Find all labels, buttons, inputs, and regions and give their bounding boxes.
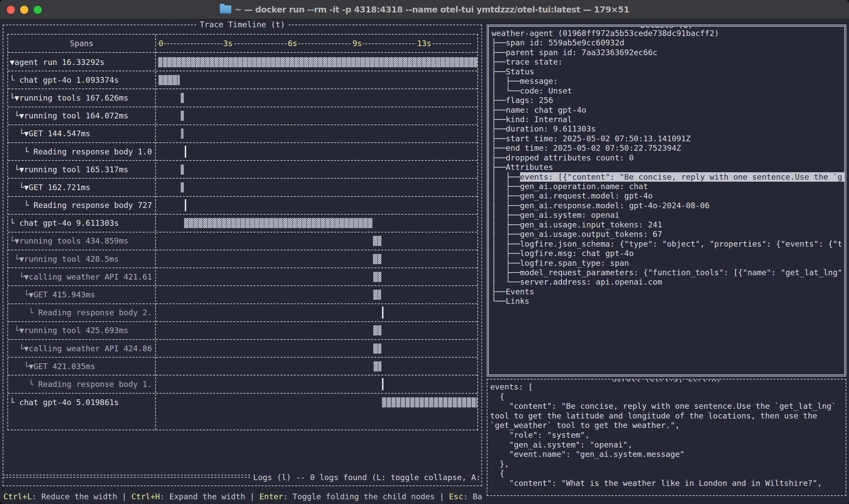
span-label: └ Reading response body 2. [8,308,155,317]
detail-line[interactable]: │ ├──gen_ai.response.model: gpt-4o-2024-… [492,201,844,210]
terminal-content: Trace Timeline (t) Spans 03s6s9s13s ▼age… [0,19,849,504]
span-duration-bar [180,93,184,103]
detail-line[interactable]: ├──kind: Internal [492,115,844,124]
detail-line[interactable]: ├──Events [492,287,844,296]
span-label: └ Reading response body 727 [8,200,155,210]
span-duration-bar [180,111,184,121]
traffic-lights [7,0,42,19]
json-line: tool to get the latitude and longitude o… [490,411,844,421]
selected-attribute-text: events: [{"content": "Be concise, reply … [520,172,845,182]
detail-line[interactable]: ├──start time: 2025-05-02 07:50:13.14109… [492,134,844,143]
span-event-marker [382,306,384,319]
detail-line[interactable]: ├──end time: 2025-05-02 07:50:22.752394Z [492,143,844,153]
span-duration-bar [373,272,382,282]
span-row[interactable]: └▼running tools 434.859ms [8,233,477,250]
span-row[interactable]: └ Reading response body 1.0 [8,143,477,161]
span-row[interactable]: └▼calling weather API 424.86 [8,340,477,358]
detail-line[interactable]: │ ├──logfire.span_type: span [492,258,844,268]
keybinding-description: : Toggle folding the child nodes | [283,492,449,501]
span-row[interactable]: └▼running tool 425.693ms [8,322,477,340]
axis-tick-6s: 6s [287,39,298,48]
span-label: ▼agent run 16.33292s [8,57,155,67]
span-event-marker [382,378,384,390]
keybinding-key: Ctrl+H [131,492,160,501]
window-title: ~ — docker run --rm -it -p 4318:4318 --n… [235,5,630,15]
window-titlebar[interactable]: ~ — docker run --rm -it -p 4318:4318 --n… [0,0,849,19]
keybinding-key: Ctrl+L [3,492,32,501]
json-line: "gen_ai.system": "openai", [490,440,844,450]
detail-line[interactable]: │ ├──gen_ai.request.model: gpt-4o [492,191,844,200]
detail-line[interactable]: │ ├──gen_ai.operation.name: chat [492,182,844,191]
axis-tick-0: 0 [158,39,164,48]
zoom-button[interactable] [34,6,42,14]
folder-icon [220,5,231,14]
detail-line[interactable]: │ ├──gen_ai.usage.input_tokens: 241 [492,220,844,230]
scroll-panel[interactable]: Scroll (Ctrl+J, Ctrl+K) events: [ { "con… [487,379,846,496]
json-line: `get_weather` tool to get the weather.", [490,420,844,430]
detail-line-selected[interactable]: │ ├──events: [{"content": "Be concise, r… [492,172,844,182]
json-line: "content": "What is the weather like in … [490,479,844,488]
span-duration-bar [373,290,381,300]
span-row[interactable]: └▼GET 162.721ms [8,179,477,197]
span-label: └▼GET 144.547ms [8,129,155,138]
spans-column-header: Spans [8,35,155,52]
span-row[interactable]: └ chat gpt-4o 5.019861s [8,394,477,412]
span-row[interactable]: └▼running tools 167.626ms [8,89,477,107]
span-row[interactable]: └▼running tool 165.317ms [8,161,477,179]
detail-line[interactable]: │ ├──message: [492,76,844,86]
span-label: └▼running tool 425.693ms [8,326,155,335]
span-label: └▼running tool 428.5ms [8,254,155,264]
trace-timeline-panel[interactable]: Trace Timeline (t) Spans 03s6s9s13s ▼age… [3,24,482,475]
span-row[interactable]: └▼calling weather API 421.61 [8,268,477,286]
span-row[interactable]: ▼agent run 16.33292s [8,54,477,71]
tree-branch-glyph: │ ├── [492,172,520,182]
span-label: └ chat gpt-4o 1.093374s [8,75,155,85]
column-divider[interactable] [155,35,156,430]
span-row[interactable]: └▼GET 421.035ms [8,358,477,376]
span-label: └▼running tools 434.859ms [8,236,155,246]
span-row[interactable]: └▼running tool 428.5ms [8,250,477,268]
close-button[interactable] [7,6,15,14]
detail-line[interactable]: ├──flags: 256 [492,95,844,105]
minimize-button[interactable] [20,6,28,14]
json-line: "content": "Be concise, reply with one s… [490,401,844,411]
logs-panel[interactable]: Logs (l) -- 0 logs found (L: toggle coll… [3,477,482,486]
span-duration-bar [373,254,381,264]
detail-line[interactable]: └──Links [492,296,844,306]
detail-line[interactable]: ├──Attributes [492,162,844,172]
detail-line[interactable]: ├──name: chat gpt-4o [492,105,844,115]
span-label: └▼GET 421.035ms [8,362,155,371]
detail-line[interactable]: ├──span id: 559ab5e9cc60932d [492,38,844,48]
keybinding-description: : Reduce the width | [32,492,131,501]
span-row[interactable]: └▼GET 144.547ms [8,125,477,143]
span-row[interactable]: └ Reading response body 1. [8,376,477,393]
detail-line[interactable]: ├──duration: 9.611303s [492,124,844,133]
detail-line[interactable]: │ └──code: Unset [492,86,844,95]
span-row[interactable]: └▼running tool 164.072ms [8,107,477,125]
detail-line[interactable]: │ ├──model_request_parameters: {"functio… [492,268,844,277]
status-bar: Ctrl+L: Reduce the width | Ctrl+H: Expan… [3,491,484,502]
span-row[interactable]: └ chat gpt-4o 9.611303s [8,215,477,233]
json-line: }, [490,459,844,469]
detail-line[interactable]: │ ├──gen_ai.usage.output_tokens: 67 [492,230,844,239]
scroll-json-content: events: [ { "content": "Be concise, repl… [490,382,844,488]
json-line: "role": "system", [490,430,844,440]
span-row[interactable]: └ Reading response body 2. [8,304,477,322]
detail-line[interactable]: weather-agent (01968ff972a5b53cede738dc9… [492,29,844,38]
detail-line[interactable]: │ ├──logfire.json_schema: {"type": "obje… [492,239,844,249]
span-row[interactable]: └▼GET 415.943ms [8,286,477,304]
details-panel[interactable]: Details (d) weather-agent (01968ff972a5b… [487,24,846,377]
span-event-marker [185,146,186,158]
detail-line[interactable]: ├──parent span id: 7aa32363692ec66c [492,48,844,57]
detail-line[interactable]: │ ├──gen_ai.system: openai [492,210,844,220]
spans-table-header: Spans 03s6s9s13s [8,35,477,53]
span-label: └▼GET 415.943ms [8,290,155,300]
detail-line[interactable]: ├──Status [492,67,844,76]
detail-line[interactable]: ├──trace state: [492,57,844,67]
span-row[interactable]: └ chat gpt-4o 1.093374s [8,71,477,89]
detail-line[interactable]: ├──dropped attributes count: 0 [492,153,844,162]
keybinding-description: : Expand the width | [160,492,260,501]
detail-line[interactable]: │ ├──logfire.msg: chat gpt-4o [492,249,844,258]
detail-line[interactable]: │ └──server.address: api.openai.com [492,277,844,287]
span-row[interactable]: └ Reading response body 727 [8,197,477,215]
